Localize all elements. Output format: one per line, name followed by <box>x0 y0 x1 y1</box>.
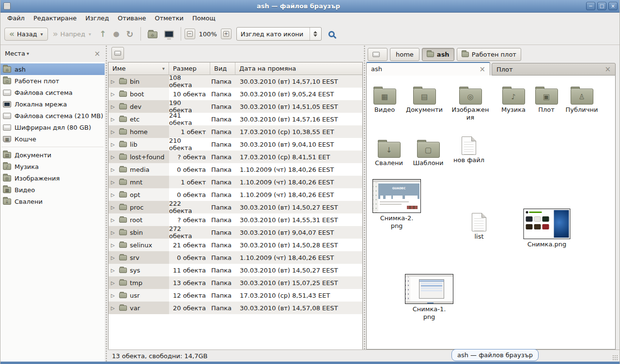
file-item[interactable]: ▦ Видео <box>366 84 407 114</box>
sidebar-close-icon[interactable]: × <box>94 49 100 58</box>
expander-icon[interactable]: ▷ <box>111 305 116 311</box>
view-mode-select[interactable]: Изглед като икони <box>236 27 322 41</box>
table-row[interactable]: ▷ lost+found ? обекта Папка 17.03.2010 (… <box>108 151 362 163</box>
file-item-snimka[interactable]: Снимка.png <box>524 209 571 248</box>
sidebar-item[interactable]: Локална мрежа <box>0 98 105 110</box>
stop-button[interactable]: ● <box>109 27 123 41</box>
zoom-in-button[interactable]: + <box>221 29 232 39</box>
expander-icon[interactable]: ▷ <box>111 217 116 223</box>
combo-spinner-icon[interactable] <box>310 28 321 40</box>
expander-icon[interactable]: ▷ <box>111 142 116 147</box>
column-header-name[interactable]: Име ▾ <box>108 62 169 75</box>
sidebar-dropdown-icon[interactable]: ▾ <box>27 51 29 56</box>
table-row[interactable]: ▷ selinux 21 обекта Папка 30.03.2010 (вт… <box>108 239 362 251</box>
tab-close-icon[interactable]: × <box>479 65 485 74</box>
sidebar-item[interactable]: ↓ Свалени <box>0 196 105 207</box>
table-row[interactable]: ▷ mnt 1 обект Папка 1.10.2009 (чт) 18,40… <box>108 176 362 188</box>
close-button[interactable]: × <box>608 2 618 10</box>
sidebar-title[interactable]: Места <box>5 50 25 57</box>
reload-button[interactable]: ↻ <box>123 27 137 42</box>
table-row[interactable]: ▷ var 20 обекта Папка 30.03.2010 (вт) 14… <box>108 302 362 314</box>
expander-icon[interactable]: ▷ <box>111 167 116 172</box>
breadcrumb-button[interactable]: Работен плот <box>457 48 521 61</box>
table-row[interactable]: ▷ boot 10 обекта Папка 30.03.2010 (вт) 9… <box>108 88 362 100</box>
expander-icon[interactable]: ▷ <box>111 243 116 248</box>
table-row[interactable]: ▷ srv 0 обекта Папка 1.10.2009 (чт) 18,4… <box>108 251 362 264</box>
table-row[interactable]: ▷ sys 11 обекта Папка 30.03.2010 (вт) 14… <box>108 264 362 276</box>
pane-splitter[interactable] <box>363 45 366 349</box>
table-row[interactable]: ▷ lib 210 обекта Папка 30.03.2010 (вт) 9… <box>108 138 362 151</box>
sidebar-item[interactable]: ◎ Изображения <box>0 172 105 184</box>
table-row[interactable]: ▷ proc 222 обекта Папка 30.03.2010 (вт) … <box>108 201 362 213</box>
expander-icon[interactable]: ▷ <box>111 230 116 235</box>
expander-icon[interactable]: ▷ <box>111 255 116 260</box>
back-dropdown-icon[interactable]: ▾ <box>41 31 43 37</box>
file-item-snimka2[interactable]: GUADEC Снимка-2. png <box>372 179 421 230</box>
column-header-date[interactable]: Дата на промяна <box>235 62 362 75</box>
expander-icon[interactable]: ▷ <box>111 129 116 135</box>
back-button[interactable]: « Назад ▾ <box>4 28 48 41</box>
file-item[interactable]: ♙ Публични <box>559 84 604 114</box>
menu-item[interactable]: Отметки <box>151 14 187 23</box>
file-item[interactable]: ↓ Свалени <box>367 137 411 167</box>
expander-icon[interactable]: ▷ <box>111 268 116 273</box>
menu-item[interactable]: Редактиране <box>30 14 80 23</box>
expander-icon[interactable]: ▷ <box>111 104 116 109</box>
expander-icon[interactable]: ▷ <box>111 117 116 122</box>
expander-icon[interactable]: ▷ <box>111 154 116 160</box>
sidebar-item[interactable]: ▦ Видео <box>0 184 105 196</box>
table-row[interactable]: ▷ tmp 13 обекта Папка 30.03.2010 (вт) 15… <box>108 276 362 289</box>
table-row[interactable]: ▷ etc 241 обекта Папка 30.03.2010 (вт) 1… <box>108 113 362 125</box>
table-row[interactable]: ▷ usr 12 обекта Папка 17.03.2010 (ср) 8,… <box>108 289 362 302</box>
minimize-button[interactable]: − <box>586 2 595 10</box>
column-header-type[interactable]: Вид <box>210 62 235 75</box>
file-item[interactable]: ▤ Документи <box>402 84 447 114</box>
file-item[interactable]: нов файл <box>447 135 491 164</box>
sidebar-item[interactable]: Файлова система (210 MB) <box>0 110 105 121</box>
table-row[interactable]: ▷ media 0 обекта Папка 1.10.2009 (чт) 18… <box>108 163 362 176</box>
menu-item[interactable]: Файл <box>3 14 29 23</box>
table-row[interactable]: ▷ home 1 обект Папка 17.03.2010 (ср) 10,… <box>108 125 362 138</box>
breadcrumb-button[interactable] <box>368 48 388 61</box>
zoom-out-button[interactable]: − <box>185 29 195 39</box>
breadcrumb-button[interactable]: home <box>390 48 419 61</box>
sidebar-item[interactable]: ♪ Музика <box>0 161 105 172</box>
titlebar[interactable]: ash — файлов браузър − □ × <box>0 0 620 13</box>
menu-item[interactable]: Помощ <box>188 14 219 23</box>
sidebar-item[interactable]: Шифриран дял (80 GB) <box>0 121 105 133</box>
go-up-button[interactable]: ↑ <box>96 27 109 41</box>
sidebar-item[interactable]: ▦ Кошче <box>0 133 105 145</box>
icon-view[interactable]: ▦ Видео ▤ Документи ◎ Изображен <box>366 76 616 349</box>
root-location-button[interactable] <box>111 47 124 60</box>
home-button[interactable]: ⌂ <box>144 28 161 41</box>
breadcrumb-button[interactable]: ash <box>422 48 454 61</box>
table-row[interactable]: ▷ dev 190 обекта Папка 30.03.2010 (вт) 1… <box>108 100 362 113</box>
column-header-size[interactable]: Размер <box>169 62 210 75</box>
file-item[interactable]: ▢ Шаблони <box>406 137 450 167</box>
expander-icon[interactable]: ▷ <box>111 79 116 84</box>
file-item[interactable]: list <box>457 211 501 241</box>
tab[interactable]: ash × <box>366 62 490 76</box>
pane-splitter[interactable] <box>105 45 108 362</box>
file-item[interactable]: ◎ Изображен ия <box>448 84 493 121</box>
tab-close-icon[interactable]: × <box>604 65 611 74</box>
sidebar-item[interactable]: ⌂ ash <box>0 63 105 75</box>
search-icon[interactable] <box>328 31 335 37</box>
table-row[interactable]: ▷ opt 0 обекта Папка 1.10.2009 (чт) 18,4… <box>108 188 362 201</box>
table-row[interactable]: ▷ bin 108 обекта Папка 30.03.2010 (вт) 1… <box>108 75 362 88</box>
sidebar-item[interactable]: ▫ Работен плот <box>0 75 105 87</box>
resize-grip[interactable] <box>612 355 618 361</box>
computer-button[interactable] <box>161 28 177 40</box>
menu-item[interactable]: Отиване <box>114 14 150 23</box>
file-item-snimka1[interactable]: Снимка-1. png <box>405 274 453 321</box>
menu-item[interactable]: Изглед <box>81 14 113 23</box>
expander-icon[interactable]: ▷ <box>111 293 116 298</box>
tab[interactable]: Плот × <box>492 63 616 76</box>
table-row[interactable]: ▷ root ? обекта Папка 30.03.2010 (вт) 14… <box>108 213 362 226</box>
expander-icon[interactable]: ▷ <box>111 192 116 197</box>
sidebar-item[interactable]: ▤ Документи <box>0 149 105 161</box>
expander-icon[interactable]: ▷ <box>111 180 116 185</box>
maximize-button[interactable]: □ <box>597 2 606 10</box>
sidebar-item[interactable]: Файлова система <box>0 87 105 98</box>
expander-icon[interactable]: ▷ <box>111 91 116 97</box>
